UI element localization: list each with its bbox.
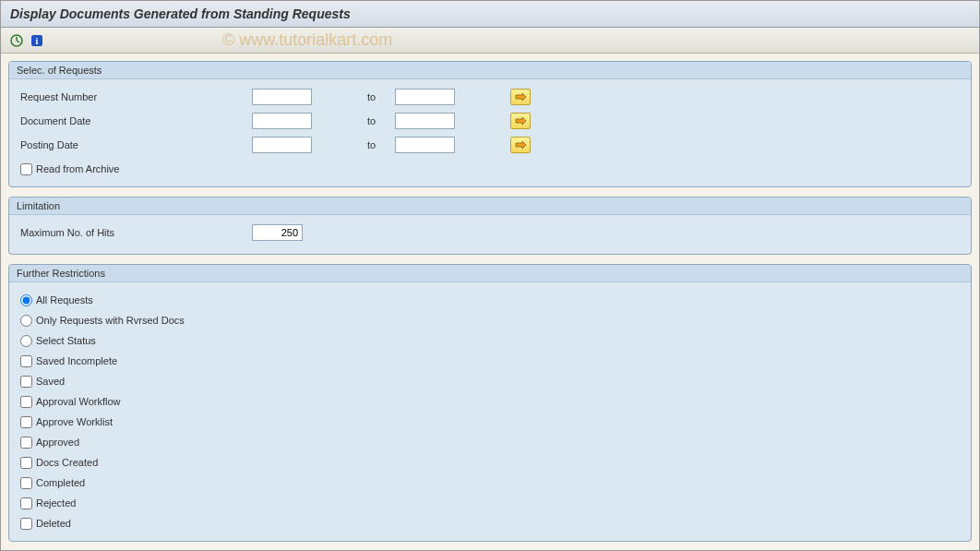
label-request-number: Request Number: [17, 91, 252, 102]
svg-text:i: i: [36, 36, 39, 46]
group-limitation: Limitation Maximum No. of Hits: [8, 197, 972, 255]
checkbox-approval-workflow[interactable]: [20, 396, 32, 408]
input-document-date-from[interactable]: [252, 113, 312, 129]
input-document-date-to[interactable]: [395, 113, 455, 129]
group-further-restrictions: Further Restrictions All Requests Only R…: [8, 264, 972, 542]
group-limitation-title: Limitation: [9, 198, 971, 215]
checkbox-read-archive[interactable]: [20, 163, 32, 175]
checkbox-saved[interactable]: [20, 376, 32, 388]
row-only-rvrsed: Only Requests with Rvrsed Docs: [17, 310, 963, 330]
label-to: to: [367, 91, 386, 102]
multiple-selection-button[interactable]: [510, 89, 531, 105]
label-approval-workflow: Approval Workflow: [36, 396, 121, 407]
label-read-archive: Read from Archive: [36, 163, 119, 174]
label-document-date: Document Date: [17, 115, 252, 126]
label-docs-created: Docs Created: [36, 457, 98, 468]
info-icon[interactable]: i: [29, 32, 45, 49]
label-approved: Approved: [36, 437, 79, 448]
svg-line-2: [17, 41, 19, 42]
toolbar: i © www.tutorialkart.com: [1, 28, 979, 54]
title-bar: Display Documents Generated from Standin…: [1, 1, 979, 28]
radio-select-status[interactable]: [20, 335, 32, 347]
input-posting-date-to[interactable]: [395, 137, 455, 153]
row-approve-worklist: Approve Worklist: [17, 412, 963, 432]
row-posting-date: Posting Date to: [17, 135, 963, 155]
input-request-number-from[interactable]: [252, 89, 312, 105]
row-read-archive: Read from Archive: [17, 159, 963, 179]
input-max-hits[interactable]: [252, 224, 303, 241]
group-selec-requests-title: Selec. of Requests: [9, 62, 971, 79]
label-select-status: Select Status: [36, 335, 96, 346]
label-saved: Saved: [36, 376, 65, 387]
label-to: to: [367, 139, 386, 150]
checkbox-deleted[interactable]: [20, 518, 32, 530]
row-rejected: Rejected: [17, 493, 963, 513]
row-all-requests: All Requests: [17, 290, 963, 310]
group-further-title: Further Restrictions: [9, 265, 971, 282]
label-rejected: Rejected: [36, 497, 76, 509]
execute-icon[interactable]: [8, 32, 25, 49]
checkbox-completed[interactable]: [20, 477, 32, 489]
row-completed: Completed: [17, 473, 963, 493]
row-docs-created: Docs Created: [17, 452, 963, 473]
checkbox-rejected[interactable]: [20, 497, 32, 509]
watermark: © www.tutorialkart.com: [222, 30, 392, 50]
row-deleted: Deleted: [17, 513, 963, 533]
row-saved-incomplete: Saved Incomplete: [17, 351, 963, 371]
row-approved: Approved: [17, 432, 963, 452]
input-request-number-to[interactable]: [395, 89, 455, 105]
input-posting-date-from[interactable]: [252, 137, 312, 153]
radio-only-rvrsed[interactable]: [20, 315, 32, 327]
content-area: Selec. of Requests Request Number to Doc…: [1, 54, 979, 551]
multiple-selection-button[interactable]: [510, 113, 531, 129]
label-max-hits: Maximum No. of Hits: [17, 227, 252, 238]
label-saved-incomplete: Saved Incomplete: [36, 355, 117, 366]
label-completed: Completed: [36, 477, 85, 488]
label-approve-worklist: Approve Worklist: [36, 416, 113, 427]
multiple-selection-button[interactable]: [510, 137, 531, 153]
checkbox-saved-incomplete[interactable]: [20, 355, 32, 367]
row-approval-workflow: Approval Workflow: [17, 391, 963, 412]
label-posting-date: Posting Date: [17, 139, 252, 150]
label-all-requests: All Requests: [36, 294, 93, 305]
group-selec-requests: Selec. of Requests Request Number to Doc…: [8, 61, 972, 187]
row-request-number: Request Number to: [17, 87, 963, 107]
row-max-hits: Maximum No. of Hits: [17, 222, 963, 243]
row-select-status: Select Status: [17, 330, 963, 351]
label-deleted: Deleted: [36, 518, 71, 529]
radio-all-requests[interactable]: [20, 294, 32, 306]
row-document-date: Document Date to: [17, 111, 963, 131]
label-only-rvrsed: Only Requests with Rvrsed Docs: [36, 315, 185, 326]
page-title: Display Documents Generated from Standin…: [10, 6, 351, 21]
checkbox-approve-worklist[interactable]: [20, 416, 32, 428]
row-saved: Saved: [17, 371, 963, 391]
checkbox-docs-created[interactable]: [20, 457, 32, 469]
checkbox-approved[interactable]: [20, 437, 32, 449]
label-to: to: [367, 115, 386, 126]
